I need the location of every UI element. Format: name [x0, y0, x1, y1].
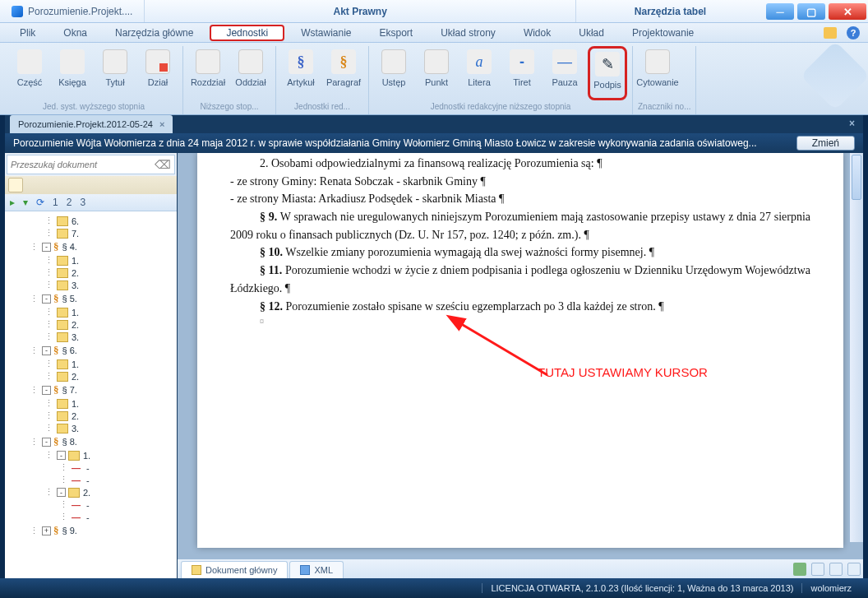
nav-collapse-icon[interactable]: ▾ [23, 197, 28, 208]
menu-okna[interactable]: Okna [52, 25, 99, 40]
search-box[interactable]: ⌫ [7, 155, 175, 174]
tree-node[interactable]: ⋮2. [7, 318, 175, 331]
tree-node[interactable]: ⋮+§§ 9. [7, 523, 175, 538]
menu-wstawianie[interactable]: Wstawianie [289, 25, 362, 40]
doc-span: W sprawach nie uregulowanych niniejszym … [230, 211, 810, 241]
tab-xml[interactable]: XML [289, 561, 344, 578]
litera-button[interactable]: aLitera [459, 46, 499, 100]
close-button[interactable]: ✕ [829, 3, 866, 20]
page-viewport[interactable]: 2. Osobami odpowiedzialnymi za finansową… [178, 153, 863, 559]
tree-node[interactable]: ⋮-1. [7, 449, 175, 461]
panel-nav-toolbar: ▸ ▾ ⟳ 1 2 3 [5, 194, 177, 211]
tree-node[interactable]: ⋮—- [7, 511, 175, 523]
help-icon[interactable]: ? [847, 26, 860, 39]
tab-label: Dokument główny [205, 565, 277, 575]
doc-span: Wszelkie zmiany porozumienia wymagają dl… [285, 246, 654, 258]
nav-level-2[interactable]: 2 [67, 197, 72, 208]
letter-icon: a [467, 49, 492, 74]
export-word-icon[interactable] [811, 563, 824, 576]
tree-node[interactable]: ⋮3. [7, 331, 175, 343]
pauza-button[interactable]: —Pauza [545, 46, 584, 100]
nav-level-3[interactable]: 3 [80, 197, 85, 208]
tab-label: XML [314, 565, 333, 575]
vscroll-thumb[interactable] [852, 155, 861, 200]
tiret-button[interactable]: -Tiret [502, 46, 542, 100]
tree-node[interactable]: ⋮1. [7, 254, 175, 267]
search-input[interactable] [11, 160, 155, 169]
tree-node[interactable]: ⋮1. [7, 306, 175, 318]
nav-expand-icon[interactable]: ▸ [10, 197, 15, 208]
doc-cursor-line[interactable]: ¤ [230, 315, 810, 328]
tree-node[interactable]: ⋮1. [7, 358, 175, 370]
export-other-icon[interactable] [847, 563, 861, 576]
menu-uklad[interactable]: Układ [567, 25, 616, 40]
doc-line: § 9. W sprawach nie uregulowanych niniej… [230, 208, 810, 243]
tree-node[interactable]: ⋮3. [7, 279, 175, 291]
menu-jednostki[interactable]: Jednostki [210, 25, 284, 41]
page-icon [424, 49, 449, 74]
menu-plik[interactable]: Plik [8, 25, 47, 40]
dzial-button[interactable]: Dział [138, 46, 178, 100]
nav-level-1[interactable]: 1 [53, 197, 58, 208]
status-license: LICENCJA OTWARTA, 2.1.0.23 (Ilość licenc… [482, 583, 801, 593]
minimize-button[interactable]: ─ [766, 3, 794, 20]
structure-tree[interactable]: ⋮6.⋮7.⋮-§§ 4.⋮1.⋮2.⋮3.⋮-§§ 5.⋮1.⋮2.⋮3.⋮-… [5, 211, 177, 578]
title-bar: Porozumienie.Projekt.... Akt Prawny Narz… [0, 0, 868, 23]
menu-projektowanie[interactable]: Projektowanie [621, 25, 705, 40]
doc-line: § 11. Porozumienie wchodzi w życie z dni… [230, 262, 810, 297]
tree-node[interactable]: ⋮-§§ 5. [7, 291, 175, 306]
artykul-button[interactable]: §Artykuł [281, 46, 321, 100]
export-pdf-icon[interactable] [829, 563, 843, 576]
document-page[interactable]: 2. Osobami odpowiedzialnymi za finansową… [197, 153, 843, 548]
maximize-button[interactable]: ▢ [797, 3, 825, 20]
doc-strong: § 11. [260, 264, 282, 276]
tree-node[interactable]: ⋮-§§ 8. [7, 434, 175, 449]
oddzial-button[interactable]: Oddział [231, 46, 270, 100]
eraser-icon[interactable]: ⌫ [155, 158, 171, 171]
status-ok-icon[interactable] [793, 563, 806, 576]
folder-icon[interactable] [824, 27, 837, 39]
czesc-button[interactable]: Część [10, 46, 49, 100]
tree-node[interactable]: ⋮2. [7, 267, 175, 279]
tree-node[interactable]: ⋮-§§ 7. [7, 382, 175, 397]
tree-node[interactable]: ⋮—- [7, 474, 175, 486]
menu-uklad-strony[interactable]: Układ strony [429, 25, 507, 40]
tree-node[interactable]: ⋮—- [7, 461, 175, 474]
close-tab-icon[interactable]: × [159, 119, 164, 129]
podpis-button[interactable]: ✎Podpis [588, 46, 627, 100]
group-caption-1: Jed. syst. wyższego stopnia [10, 100, 178, 114]
menu-narzedzia-glowne[interactable]: Narzędzia główne [104, 25, 205, 40]
tree-node[interactable]: ⋮-§§ 4. [7, 239, 175, 254]
vertical-scrollbar[interactable] [849, 153, 863, 542]
panel-view-icon[interactable] [8, 178, 23, 192]
tree-node[interactable]: ⋮6. [7, 215, 175, 227]
paragraf-button[interactable]: §Paragraf [324, 46, 363, 100]
nav-refresh-icon[interactable]: ⟳ [36, 197, 44, 208]
tree-node[interactable]: ⋮-§§ 6. [7, 343, 175, 358]
tree-node[interactable]: ⋮7. [7, 227, 175, 239]
group-caption-2: Niższego stop... [188, 100, 270, 114]
close-all-tabs-icon[interactable]: × [841, 115, 863, 133]
zmien-button[interactable]: Zmień [796, 136, 855, 151]
tree-node[interactable]: ⋮3. [7, 422, 175, 434]
tab-dokument-glowny[interactable]: Dokument główny [181, 561, 288, 578]
rozdzial-button[interactable]: Rozdział [188, 46, 228, 100]
ksiega-button[interactable]: Księga [53, 46, 92, 100]
doc-strong: § 12. [260, 300, 283, 313]
punkt-button[interactable]: Punkt [417, 46, 456, 100]
tree-node[interactable]: ⋮-2. [7, 486, 175, 498]
group-caption-3: Jednostki red... [281, 100, 363, 114]
cytowanie-button[interactable]: Cytowanie [638, 46, 677, 100]
document-tab[interactable]: Porozumienie.Projekt.2012-05-24 × [10, 115, 173, 133]
tytul-button[interactable]: Tytuł [95, 46, 135, 100]
tree-node[interactable]: ⋮2. [7, 370, 175, 382]
group-caption-5: Znaczniki no... [638, 100, 690, 114]
tree-node[interactable]: ⋮1. [7, 397, 175, 410]
tree-node[interactable]: ⋮—- [7, 498, 175, 511]
tree-node[interactable]: ⋮2. [7, 410, 175, 422]
ustep-button[interactable]: Ustęp [374, 46, 413, 100]
ribbon: Część Księga Tytuł Dział Jed. syst. wyżs… [0, 43, 868, 115]
menu-widok[interactable]: Widok [512, 25, 562, 40]
menu-eksport[interactable]: Eksport [367, 25, 424, 40]
ribbon-ornament [801, 41, 868, 111]
